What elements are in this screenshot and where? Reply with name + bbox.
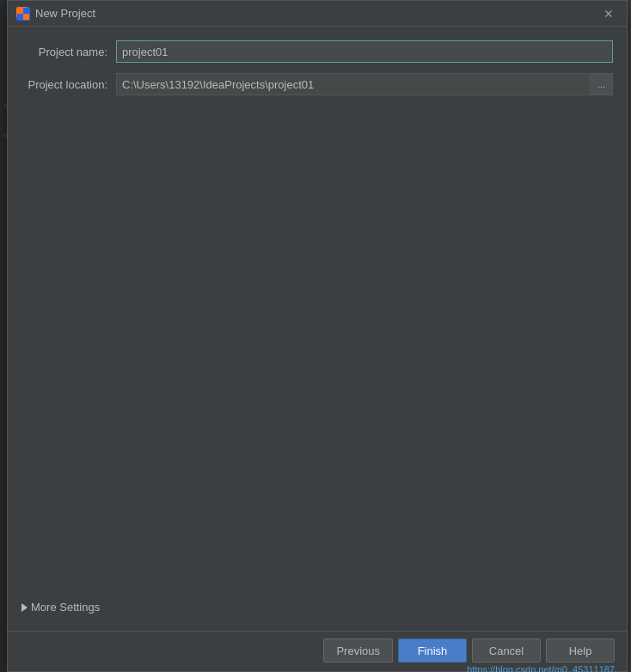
project-name-row: Project name: — [21, 40, 613, 63]
app-icon — [16, 7, 30, 21]
project-location-input[interactable] — [116, 73, 591, 95]
project-name-input[interactable] — [116, 40, 613, 63]
svg-rect-2 — [17, 14, 23, 20]
new-project-dialog: New Project ✕ Project name: Project loca… — [7, 0, 628, 672]
finish-button[interactable]: Finish — [398, 638, 467, 663]
close-button[interactable]: ✕ — [599, 4, 618, 23]
content-spacer — [21, 106, 613, 597]
help-button[interactable]: Help — [546, 638, 615, 663]
previous-button[interactable]: Previous — [323, 638, 393, 663]
title-bar: New Project ✕ — [8, 1, 627, 27]
location-input-wrap: ... — [116, 73, 613, 95]
project-location-row: Project location: ... — [21, 73, 613, 95]
project-location-label: Project location: — [21, 78, 116, 91]
more-settings-label: More Settings — [31, 601, 100, 614]
project-name-label: Project name: — [21, 46, 116, 58]
expand-icon — [21, 603, 28, 612]
dialog-footer: Previous Finish Cancel Help https://blog… — [8, 631, 627, 671]
dialog-content: Project name: Project location: ... More… — [8, 27, 627, 631]
dialog-title: New Project — [35, 7, 95, 20]
dialog-overlay: s s New Project ✕ — [0, 0, 631, 672]
svg-rect-3 — [23, 14, 29, 20]
more-settings-toggle[interactable]: More Settings — [21, 597, 613, 617]
svg-rect-0 — [17, 8, 23, 14]
title-bar-left: New Project — [16, 7, 95, 21]
url-tooltip[interactable]: https://blog.csdn.net/m0_45311187 — [467, 664, 615, 672]
browse-button[interactable]: ... — [591, 73, 613, 95]
cancel-button[interactable]: Cancel — [472, 638, 541, 663]
svg-rect-1 — [23, 8, 29, 14]
